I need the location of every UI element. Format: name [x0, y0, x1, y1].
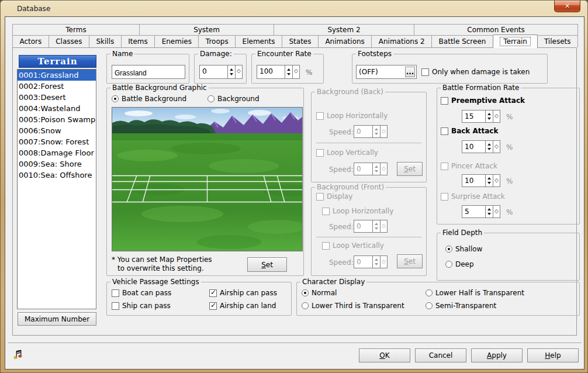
cancel-button[interactable]: Cancel — [415, 348, 466, 362]
spinner-diamond-button[interactable]: ◇ — [235, 65, 242, 78]
footsteps-browse-button[interactable]: ... — [405, 67, 415, 77]
terrain-list-item[interactable]: 0010:Sea: Offshore — [18, 170, 96, 181]
tab-classes[interactable]: Classes — [49, 36, 89, 47]
terrain-list-item[interactable]: 0008:Damage Floor — [18, 147, 96, 158]
pincer-attack-checkbox: Pincer Attack — [441, 162, 497, 170]
tab-terms[interactable]: Terms — [13, 25, 140, 35]
note-line-2: to overwrite this setting. — [112, 264, 212, 273]
terrain-list-item[interactable]: 0009:Sea: Shore — [18, 158, 96, 170]
preemptive-attack-label: Preemptive Attack — [451, 96, 525, 105]
close-button[interactable]: ✕ — [554, 1, 580, 12]
character-display-label: Character Display — [300, 278, 366, 286]
tab-system[interactable]: System — [140, 25, 274, 35]
terrain-list[interactable]: 0001:Grassland 0002:Forest 0003:Desert 0… — [17, 69, 96, 309]
maximum-number-button[interactable]: Maximum Number — [18, 312, 96, 326]
ship-can-pass-label: Ship can pass — [122, 302, 171, 310]
lower-third-transparent-label: Lower Third is Transparent — [312, 302, 404, 310]
front-loop-horizontally-label: Loop Horizontally — [333, 207, 393, 215]
preemptive-attack-spinner[interactable]: 15 ◇ — [462, 110, 500, 123]
tab-tilesets[interactable]: Tilesets — [537, 36, 577, 47]
name-input[interactable] — [112, 65, 185, 79]
background-radio[interactable]: Background — [207, 95, 260, 103]
spinner-up-down-buttons[interactable] — [285, 65, 292, 78]
window-content: Terms System System 2 Common Events Acto… — [5, 17, 584, 369]
apply-button[interactable]: Apply — [471, 348, 523, 362]
terrain-list-item[interactable]: 0006:Snow — [18, 125, 96, 136]
spinner-diamond-button[interactable]: ◇ — [493, 141, 500, 153]
grassland-battleback-image — [112, 108, 302, 251]
tab-animations-2[interactable]: Animations 2 — [372, 36, 432, 47]
spinner-down-icon — [487, 182, 491, 184]
help-button[interactable]: Help — [527, 348, 579, 362]
radio-circle — [445, 261, 452, 268]
tab-animations[interactable]: Animations — [319, 36, 372, 47]
spinner-diamond-button[interactable]: ◇ — [493, 110, 500, 122]
boat-can-pass-label: Boat can pass — [122, 289, 171, 297]
terrain-list-item[interactable]: 0004:Wasteland — [18, 103, 96, 114]
encounter-rate-spinner[interactable]: 100 ◇ — [257, 65, 300, 79]
tab-battle-screen[interactable]: Battle Screen — [432, 36, 493, 47]
ok-button-label: OK — [379, 351, 389, 360]
title-bar[interactable]: Database ✕ — [1, 1, 587, 17]
tab-elements[interactable]: Elements — [236, 36, 282, 47]
normal-radio[interactable]: Normal — [302, 289, 337, 297]
tab-troops[interactable]: Troops — [199, 36, 236, 47]
tab-terrain[interactable]: Terrain — [493, 34, 538, 48]
airship-can-pass-checkbox[interactable]: Airship can pass — [209, 289, 277, 297]
back-attack-spinner[interactable]: 10 ◇ — [462, 140, 500, 153]
airship-can-land-checkbox[interactable]: Airship can land — [209, 302, 276, 310]
damage-value: 0 — [200, 65, 227, 78]
tab-system-2[interactable]: System 2 — [274, 25, 414, 35]
radio-circle — [426, 289, 433, 296]
terrain-list-header: Terrain — [19, 55, 96, 68]
tab-enemies[interactable]: Enemies — [155, 36, 199, 47]
set-button-label: Set — [404, 165, 416, 173]
battle-background-radio-label: Battle Background — [122, 95, 186, 103]
terrain-list-item[interactable]: 0002:Forest — [18, 81, 96, 92]
tab-items[interactable]: Items — [122, 36, 155, 47]
terrain-list-item[interactable]: 0007:Snow: Forest — [18, 136, 96, 147]
lower-third-transparent-radio[interactable]: Lower Third is Transparent — [302, 302, 404, 310]
footsteps-label: Footsteps — [356, 50, 393, 58]
front-speed-v-spinner: 0 ◇ — [354, 255, 388, 268]
footer-divider — [8, 343, 582, 344]
spinner-up-down-buttons[interactable] — [227, 65, 235, 78]
ship-can-pass-checkbox[interactable]: Ship can pass — [112, 302, 171, 310]
deep-radio[interactable]: Deep — [445, 260, 474, 268]
spinner-diamond-button: ◇ — [380, 126, 387, 137]
only-when-damage-checkbox[interactable]: Only when damage is taken — [421, 68, 530, 76]
checkbox-box — [441, 163, 448, 170]
damage-spinner[interactable]: 0 ◇ — [199, 65, 243, 79]
preemptive-attack-checkbox[interactable]: Preemptive Attack — [441, 96, 525, 105]
tab-skills[interactable]: Skills — [89, 36, 122, 47]
ok-button[interactable]: OK — [359, 348, 410, 362]
battle-background-radio[interactable]: Battle Background — [112, 95, 186, 103]
battle-background-set-button[interactable]: Set — [247, 257, 287, 272]
surprise-attack-spinner: 5 ◇ — [462, 205, 500, 218]
front-display-label: Display — [327, 192, 352, 201]
semi-transparent-radio[interactable]: Semi-Transparent — [426, 302, 496, 310]
terrain-list-item[interactable]: 0001:Grassland — [18, 70, 96, 81]
back-loop-horizontally-label: Loop Horizontally — [327, 112, 388, 120]
tab-states[interactable]: States — [282, 36, 319, 47]
boat-can-pass-checkbox[interactable]: Boat can pass — [112, 289, 171, 297]
spinner-down-icon — [287, 73, 290, 75]
back-speed-v-spinner: 0 ◇ — [354, 163, 388, 175]
spinner-up-down-buttons[interactable] — [485, 110, 493, 122]
back-speed-v-label: Speed: — [329, 165, 354, 174]
front-loop-vertically-label: Loop Vertically — [333, 241, 384, 250]
terrain-list-item[interactable]: 0003:Desert — [18, 92, 96, 103]
background-back-set-button: Set — [397, 162, 423, 176]
spinner-diamond-button: ◇ — [380, 256, 387, 268]
spinner-up-icon — [375, 223, 378, 225]
spinner-diamond-button[interactable]: ◇ — [292, 65, 299, 78]
shallow-radio[interactable]: Shallow — [445, 245, 482, 253]
radio-circle — [207, 95, 215, 102]
tab-common-events[interactable]: Common Events — [414, 25, 577, 35]
terrain-list-item[interactable]: 0005:Poison Swamp — [18, 114, 96, 125]
tab-actors[interactable]: Actors — [13, 36, 49, 47]
spinner-up-down-buttons[interactable] — [485, 141, 493, 153]
lower-half-transparent-radio[interactable]: Lower Half is Transparent — [426, 289, 524, 297]
back-attack-checkbox[interactable]: Back Attack — [441, 127, 498, 135]
surprise-attack-value: 5 — [462, 206, 485, 217]
